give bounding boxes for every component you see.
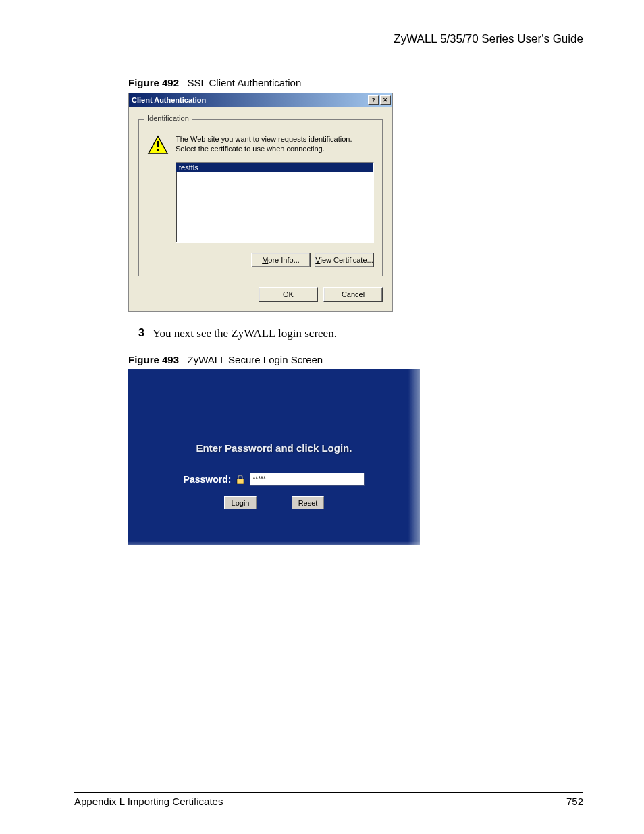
header-rule [74,53,583,53]
svg-rect-1 [157,141,159,147]
group-legend: Identification [144,114,192,122]
figure-492-title: SSL Client Authentication [188,77,302,88]
figure-493-title: ZyWALL Secure Login Screen [188,354,323,365]
lock-icon [235,475,246,484]
footer-page: 752 [566,796,583,807]
content: Figure 492 SSL Client Authentication Cli… [128,77,583,545]
help-button[interactable]: ? [368,95,379,105]
certificate-list[interactable]: testtls [176,162,374,243]
svg-rect-3 [237,479,244,484]
dialog-body: Identification The Web site you want to … [129,107,392,311]
more-info-button[interactable]: More Info... [251,253,311,267]
ok-button[interactable]: OK [259,287,318,302]
login-button[interactable]: Login [224,496,257,509]
figure-caption-493: Figure 493 ZyWALL Secure Login Screen [128,354,583,365]
step-text: You next see the ZyWALL login screen. [153,327,337,340]
cert-list-item[interactable]: testtls [176,163,373,172]
figure-492-label: Figure 492 [128,77,179,88]
client-auth-dialog: Client Authentication ? ✕ Identification… [128,93,393,312]
login-title: Enter Password and click Login. [128,442,420,454]
reset-button[interactable]: Reset [292,496,324,509]
password-label: Password: [184,474,232,485]
page-footer: Appendix L Importing Certificates 752 [74,792,583,807]
dialog-title: Client Authentication [132,96,367,104]
close-button[interactable]: ✕ [380,95,391,105]
footer-appendix: Appendix L Importing Certificates [74,796,223,807]
dialog-titlebar[interactable]: Client Authentication ? ✕ [129,93,392,107]
svg-rect-2 [157,149,159,151]
cancel-button[interactable]: Cancel [323,287,383,302]
warning-icon [147,135,169,155]
figure-493-label: Figure 493 [128,354,179,365]
password-input[interactable]: ***** [250,473,365,486]
login-screen: Enter Password and click Login. Password… [128,369,420,545]
footer-rule [74,792,583,793]
page-header: ZyWALL 5/35/70 Series User's Guide [74,32,583,53]
identification-group: Identification The Web site you want to … [138,119,383,276]
figure-caption-492: Figure 492 SSL Client Authentication [128,77,583,88]
dialog-message: The Web site you want to view requests i… [176,135,374,154]
step-3: 3 You next see the ZyWALL login screen. [128,327,583,340]
panel-shade [128,541,420,545]
view-certificate-button[interactable]: View Certificate... [315,253,374,267]
step-number: 3 [128,327,144,340]
